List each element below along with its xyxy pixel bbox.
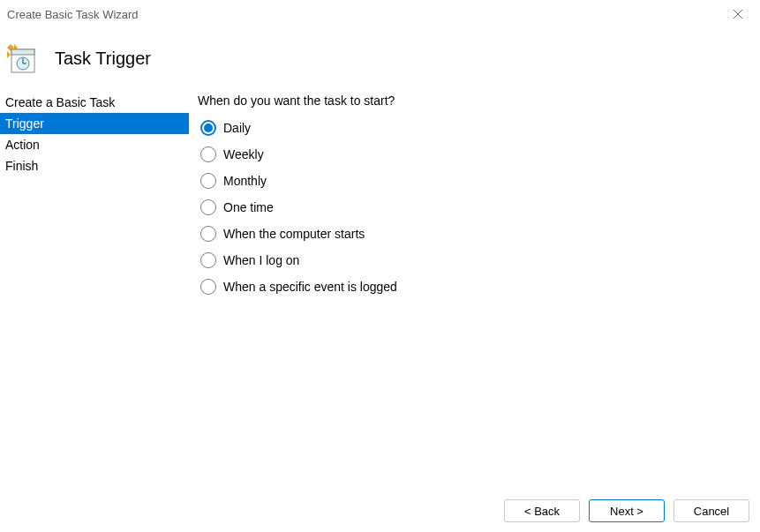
window-title: Create Basic Task Wizard [7,8,139,21]
wizard-sidebar: Create a Basic Task Trigger Action Finis… [0,88,189,490]
radio-option-monthly[interactable]: Monthly [200,173,751,189]
radio-label: When I log on [223,253,299,267]
radio-icon [200,199,216,215]
trigger-question: When do you want the task to start? [198,94,751,108]
radio-icon [200,146,216,162]
next-button[interactable]: Next > [589,499,665,522]
sidebar-item-create-task[interactable]: Create a Basic Task [0,92,189,113]
cancel-button[interactable]: Cancel [673,499,749,522]
radio-option-weekly[interactable]: Weekly [200,146,751,162]
radio-icon [200,173,216,189]
radio-label: When a specific event is logged [223,280,397,294]
radio-option-daily[interactable]: Daily [200,120,751,136]
radio-option-logon[interactable]: When I log on [200,252,751,268]
page-title: Task Trigger [55,49,151,69]
wizard-main: When do you want the task to start? Dail… [189,88,760,490]
svg-rect-3 [11,49,34,55]
wizard-icon [5,42,37,74]
wizard-header: Task Trigger [0,28,760,88]
radio-label: One time [223,200,274,214]
radio-label: Monthly [223,174,267,188]
radio-icon [200,279,216,295]
wizard-content: Create a Basic Task Trigger Action Finis… [0,88,760,490]
radio-label: Daily [223,121,251,135]
sidebar-item-trigger[interactable]: Trigger [0,113,189,134]
radio-option-onetime[interactable]: One time [200,199,751,215]
sidebar-item-finish[interactable]: Finish [0,155,189,176]
radio-icon [200,252,216,268]
trigger-radio-group: Daily Weekly Monthly One time When the c… [198,120,751,295]
titlebar: Create Basic Task Wizard [0,0,760,28]
radio-option-event-logged[interactable]: When a specific event is logged [200,279,751,295]
back-button[interactable]: < Back [504,499,580,522]
radio-option-computer-starts[interactable]: When the computer starts [200,226,751,242]
radio-icon [200,120,216,136]
close-icon [734,10,742,19]
radio-label: Weekly [223,147,264,161]
sidebar-item-action[interactable]: Action [0,134,189,155]
wizard-footer: < Back Next > Cancel [0,490,760,532]
close-button[interactable] [725,1,751,27]
radio-label: When the computer starts [223,227,365,241]
radio-icon [200,226,216,242]
